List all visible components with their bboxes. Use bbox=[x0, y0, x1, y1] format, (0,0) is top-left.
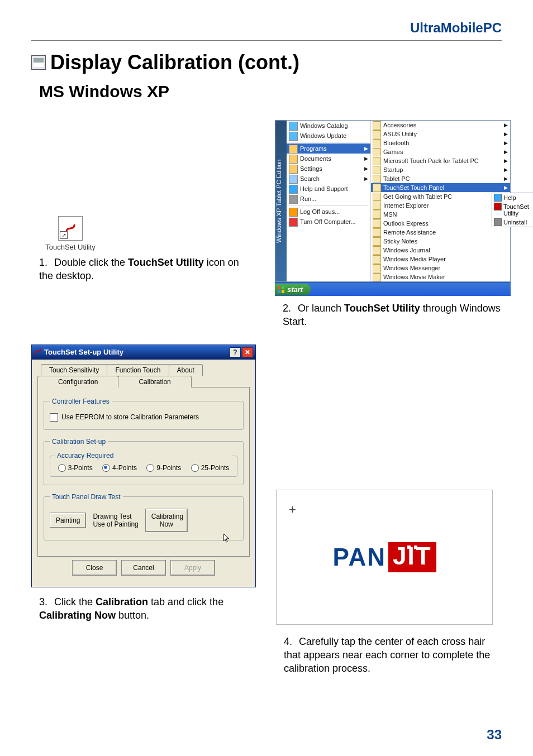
start-programs-item[interactable]: TouchSet Touch Panel▶ bbox=[371, 183, 510, 192]
tab-calibration[interactable]: Calibration bbox=[118, 376, 191, 387]
step3-caption: 3. Click the Calibration tab and click t… bbox=[39, 595, 256, 623]
tab-configuration[interactable]: Configuration bbox=[37, 376, 118, 387]
tabs-upper: Touch SensitivityFunction TouchAbout bbox=[41, 364, 250, 376]
draw-test-desc: Drawing Test Use of Painting bbox=[93, 513, 138, 528]
header-rule bbox=[31, 40, 502, 41]
start-left-item[interactable]: Settings▶ bbox=[287, 164, 370, 174]
display-icon bbox=[31, 55, 46, 70]
checkbox-icon bbox=[50, 413, 58, 422]
start-programs-item[interactable]: Accessories▶ bbox=[371, 121, 510, 130]
step3-text-c: button. bbox=[116, 610, 149, 621]
step2-bold: TouchSet Utility bbox=[344, 303, 420, 314]
taskbar: start bbox=[275, 282, 511, 296]
start-programs-item[interactable]: Sticky Notes bbox=[371, 237, 510, 246]
step3-text-a: Click the bbox=[54, 596, 96, 607]
accuracy-group: Accuracy Required 3-Points4-Points9-Poin… bbox=[50, 456, 237, 477]
start-programs-item[interactable]: Windows Journal bbox=[371, 246, 510, 255]
step3-bold2: Calibrating Now bbox=[39, 610, 116, 621]
touchset-logo-small-icon bbox=[34, 347, 42, 355]
start-submenu-item[interactable]: Help bbox=[492, 193, 533, 202]
start-left-item[interactable]: Programs▶ bbox=[287, 143, 370, 154]
tab-panel-calibration: Controller Features Use EEPROM to store … bbox=[37, 387, 250, 557]
start-programs-item[interactable]: Tablet PC▶ bbox=[371, 174, 510, 183]
start-sidebar-label: Windows XP Tablet PC Edition bbox=[275, 121, 287, 281]
step1-text-a: Double click the bbox=[54, 257, 128, 268]
start-left-item[interactable]: Search▶ bbox=[287, 174, 370, 184]
step4-num: 4. bbox=[284, 635, 296, 648]
step2-num: 2. bbox=[283, 302, 295, 315]
start-programs-item[interactable]: Get Going with Tablet PC bbox=[371, 192, 510, 201]
tab-touch-sensitivity[interactable]: Touch Sensitivity bbox=[41, 364, 107, 376]
calibration-screen[interactable]: + PAN JIT bbox=[276, 490, 493, 625]
page-subhead: MS Windows XP bbox=[39, 82, 502, 101]
eeprom-label: Use EEPROM to store Calibration Paramete… bbox=[61, 413, 199, 421]
apply-button[interactable]: Apply bbox=[170, 560, 215, 576]
start-programs-item[interactable]: Startup▶ bbox=[371, 165, 510, 174]
start-programs-item[interactable]: Microsoft Touch Pack for Tablet PC▶ bbox=[371, 156, 510, 165]
dialog-titlebar[interactable]: TouchSet Set-up Utility ? ✕ bbox=[32, 345, 255, 360]
start-left-item[interactable]: Run... bbox=[287, 194, 370, 204]
accuracy-radio-4-points[interactable]: 4-Points bbox=[102, 464, 137, 472]
close-button[interactable]: ✕ bbox=[242, 347, 253, 357]
start-submenu-item[interactable]: TouchSet Utility bbox=[492, 202, 533, 218]
start-programs-item[interactable]: Windows Media Player bbox=[371, 255, 510, 264]
eeprom-checkbox[interactable]: Use EEPROM to store Calibration Paramete… bbox=[50, 413, 237, 422]
start-left-item[interactable]: Windows Catalog bbox=[287, 121, 370, 131]
start-programs-item[interactable]: ASUS Utility▶ bbox=[371, 130, 510, 138]
accuracy-radio-25-points[interactable]: 25-Points bbox=[191, 464, 230, 472]
step2-col: Windows XP Tablet PC Edition Windows Cat… bbox=[275, 116, 511, 329]
start-programs-item[interactable]: Windows Messenger bbox=[371, 264, 510, 272]
page-number: 33 bbox=[487, 727, 502, 743]
start-left-item[interactable]: Documents▶ bbox=[287, 154, 370, 164]
start-left-pane: Windows CatalogWindows UpdatePrograms▶Do… bbox=[287, 121, 371, 281]
step4-col: + PAN JIT 4. Carefully tap the center of… bbox=[276, 344, 499, 676]
step1-bold: TouchSet Utility bbox=[128, 257, 204, 268]
controller-features-legend: Controller Features bbox=[50, 398, 112, 405]
start-left-item[interactable]: Help and Support bbox=[287, 184, 370, 194]
draw-test-group: Touch Panel Draw Test Painting Drawing T… bbox=[44, 493, 244, 540]
crosshair-icon: + bbox=[289, 503, 296, 517]
controller-features-group: Controller Features Use EEPROM to store … bbox=[44, 398, 244, 430]
calibration-setup-legend: Calibration Set-up bbox=[50, 438, 108, 446]
start-programs-pane: Accessories▶ASUS Utility▶Bluetooth▶Games… bbox=[371, 121, 510, 281]
accuracy-radio-row: 3-Points4-Points9-Points25-Points bbox=[55, 464, 232, 472]
start-left-item[interactable]: Windows Update bbox=[287, 131, 370, 141]
drawtest-line1: Drawing Test bbox=[93, 513, 138, 520]
touchset-desktop-shortcut[interactable]: ↗ TouchSet Utility bbox=[31, 216, 110, 251]
step3-text-b: tab and click the bbox=[148, 596, 223, 607]
help-button[interactable]: ? bbox=[230, 347, 241, 357]
tab-about[interactable]: About bbox=[169, 364, 203, 376]
start-programs-item[interactable]: Remote Assistance bbox=[371, 228, 510, 237]
cursor-icon bbox=[223, 533, 231, 543]
start-submenu-item[interactable]: Uninstall bbox=[492, 218, 533, 227]
step3-col: TouchSet Set-up Utility ? ✕ Touch Sensit… bbox=[31, 344, 256, 676]
start-programs-item[interactable]: Outlook Express bbox=[371, 219, 510, 228]
start-button[interactable]: start bbox=[275, 284, 311, 295]
touchset-dialog: TouchSet Set-up Utility ? ✕ Touch Sensit… bbox=[31, 344, 256, 587]
panjit-logo: PAN JIT bbox=[332, 542, 436, 572]
start-menu-screenshot: Windows XP Tablet PC Edition Windows Cat… bbox=[275, 120, 511, 296]
close-dialog-button[interactable]: Close bbox=[72, 560, 117, 576]
accuracy-radio-9-points[interactable]: 9-Points bbox=[146, 464, 181, 472]
tab-function-touch[interactable]: Function Touch bbox=[107, 364, 169, 376]
start-left-item[interactable]: Turn Off Computer... bbox=[287, 217, 370, 227]
start-programs-item[interactable]: Bluetooth▶ bbox=[371, 138, 510, 147]
calibration-setup-group: Calibration Set-up Accuracy Required 3-P… bbox=[44, 438, 244, 485]
start-submenu: HelpTouchSet UtilityUninstall bbox=[492, 193, 533, 227]
draw-test-legend: Touch Panel Draw Test bbox=[50, 493, 123, 501]
shortcut-arrow-icon: ↗ bbox=[60, 231, 68, 239]
step4-text: Carefully tap the center of each cross h… bbox=[284, 636, 490, 674]
start-left-item[interactable]: Log Off asus... bbox=[287, 207, 370, 217]
step2-caption: 2. Or launch TouchSet Utility through Wi… bbox=[283, 302, 511, 329]
calibrating-now-button[interactable]: Calibrating Now bbox=[145, 509, 188, 532]
start-programs-item[interactable]: Internet Explorer bbox=[371, 201, 510, 210]
cancel-button[interactable]: Cancel bbox=[121, 560, 166, 576]
shortcut-label: TouchSet Utility bbox=[31, 243, 110, 251]
accuracy-radio-3-points[interactable]: 3-Points bbox=[58, 464, 93, 472]
start-programs-item[interactable]: MSN bbox=[371, 210, 510, 219]
painting-button[interactable]: Painting bbox=[50, 513, 86, 528]
start-programs-item[interactable]: Windows Movie Maker bbox=[371, 272, 510, 281]
start-programs-item[interactable]: Games▶ bbox=[371, 147, 510, 156]
dialog-title-text: TouchSet Set-up Utility bbox=[44, 348, 123, 356]
panjit-jit-box: JIT bbox=[388, 542, 436, 572]
